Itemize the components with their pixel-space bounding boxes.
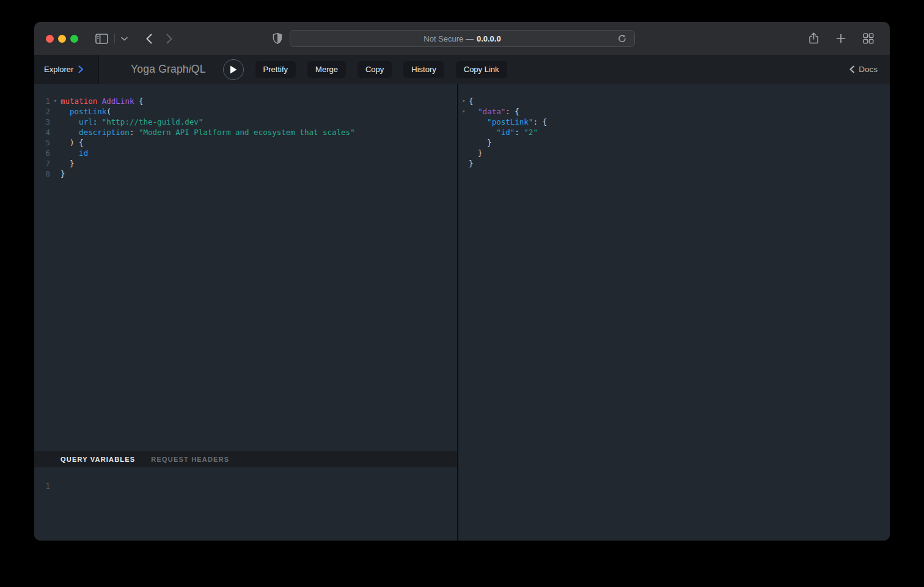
app-logo: Yoga GraphiQL: [131, 63, 206, 76]
merge-button[interactable]: Merge: [307, 61, 346, 78]
fold-gutter: [50, 106, 61, 117]
code-line: }: [461, 137, 890, 148]
chevron-right-icon: [166, 34, 172, 44]
line-number: 7: [34, 158, 50, 169]
docs-label: Docs: [859, 65, 878, 74]
fold-gutter: [50, 117, 61, 127]
execute-query-button[interactable]: [223, 59, 244, 80]
chevron-left-icon: [849, 65, 855, 73]
fold-gutter: [50, 127, 61, 137]
fold-gutter: [461, 148, 469, 158]
code-text: }: [61, 158, 75, 169]
prettify-button[interactable]: Prettify: [255, 61, 296, 78]
address-url: 0.0.0.0: [477, 34, 501, 43]
code-text: "postLink": {: [469, 117, 547, 127]
code-line: 2 postLink(: [34, 106, 457, 117]
share-button[interactable]: [806, 30, 821, 47]
code-text: }: [469, 148, 483, 158]
graphiql-content: 1▾mutation AddLink {2 postLink(3 url: "h…: [34, 84, 890, 541]
line-number: 4: [34, 127, 50, 137]
fold-gutter: [461, 137, 469, 148]
chevron-right-icon: [78, 65, 84, 73]
new-tab-button[interactable]: [834, 31, 848, 46]
docs-toggle[interactable]: Docs: [849, 65, 878, 74]
code-line: 1: [34, 481, 457, 491]
zoom-window-button[interactable]: [70, 35, 78, 43]
tab-overview-button[interactable]: [860, 31, 876, 46]
copy-button[interactable]: Copy: [358, 61, 392, 78]
fold-gutter: [461, 117, 469, 127]
fold-gutter: [50, 158, 61, 169]
code-text: }: [469, 158, 474, 169]
query-editor[interactable]: 1▾mutation AddLink {2 postLink(3 url: "h…: [34, 84, 457, 451]
code-line: 1▾mutation AddLink {: [34, 96, 457, 106]
code-line: }: [461, 148, 890, 158]
sidebar-dropdown-button[interactable]: [119, 34, 130, 43]
fold-gutter: [50, 169, 61, 179]
privacy-report-button[interactable]: [270, 31, 285, 47]
fold-gutter: [461, 127, 469, 137]
line-number: 6: [34, 148, 50, 158]
secondary-editor-tabs: QUERY VARIABLES REQUEST HEADERS: [34, 451, 457, 467]
forward-button[interactable]: [164, 31, 175, 46]
code-text: postLink(: [61, 106, 111, 117]
line-number: 2: [34, 106, 50, 117]
reload-icon: [618, 34, 626, 43]
history-button[interactable]: History: [403, 61, 444, 78]
code-line: "id": "2": [461, 127, 890, 137]
query-variables-editor[interactable]: 1: [34, 467, 457, 541]
code-text: description: "Modern API Platform and ec…: [61, 127, 355, 137]
address-bar[interactable]: Not Secure — 0.0.0.0: [290, 30, 635, 47]
code-line: 5 ) {: [34, 137, 457, 148]
code-line: 4 description: "Modern API Platform and …: [34, 127, 457, 137]
line-number: 3: [34, 117, 50, 127]
code-text: "data": {: [469, 106, 519, 117]
line-number: 5: [34, 137, 50, 148]
fold-arrow-icon[interactable]: ▾: [461, 106, 469, 117]
fold-arrow-icon[interactable]: ▾: [461, 96, 469, 106]
back-button[interactable]: [144, 31, 155, 46]
tab-query-variables[interactable]: QUERY VARIABLES: [61, 456, 135, 463]
grid-icon: [863, 33, 874, 44]
minimize-window-button[interactable]: [58, 35, 66, 43]
share-icon: [809, 32, 819, 45]
play-icon: [229, 65, 237, 74]
response-viewer: ▾{▾ "data": { "postLink": { "id": "2" } …: [458, 84, 890, 169]
code-text: }: [469, 137, 492, 148]
fold-gutter: [50, 148, 61, 158]
query-pane: 1▾mutation AddLink {2 postLink(3 url: "h…: [34, 84, 457, 541]
sidebar-icon: [95, 34, 108, 44]
chevron-down-icon: [121, 37, 128, 41]
reload-button[interactable]: [615, 32, 629, 46]
line-number: 1: [34, 96, 50, 106]
line-number: 8: [34, 169, 50, 179]
plus-icon: [836, 34, 846, 43]
code-line: }: [461, 158, 890, 169]
code-line: ▾ "data": {: [461, 106, 890, 117]
code-text: {: [469, 96, 474, 106]
copy-link-button[interactable]: Copy Link: [456, 61, 507, 78]
browser-titlebar: Not Secure — 0.0.0.0: [34, 22, 890, 55]
close-window-button[interactable]: [46, 35, 54, 43]
code-line: 6 id: [34, 148, 457, 158]
code-text: }: [61, 169, 65, 179]
sidebar-control: [93, 31, 130, 46]
graphiql-toolbar: Explorer Yoga GraphiQL Prettify Merge Co…: [34, 55, 890, 84]
code-text: id: [61, 148, 88, 158]
fold-gutter: [461, 158, 469, 169]
titlebar-right-controls: [806, 30, 876, 47]
explorer-toggle[interactable]: Explorer: [34, 55, 99, 84]
chevron-left-icon: [146, 34, 152, 44]
divider: [114, 34, 115, 43]
line-number: 1: [34, 481, 50, 491]
fold-arrow-icon[interactable]: ▾: [50, 96, 61, 106]
explorer-label: Explorer: [44, 65, 73, 74]
security-label: Not Secure —: [424, 34, 474, 43]
tab-request-headers[interactable]: REQUEST HEADERS: [151, 456, 229, 463]
sidebar-toggle-button[interactable]: [93, 31, 111, 46]
response-pane: ▾{▾ "data": { "postLink": { "id": "2" } …: [458, 84, 890, 541]
code-text: ) {: [61, 137, 84, 148]
code-line: 7 }: [34, 158, 457, 169]
safari-window: Not Secure — 0.0.0.0: [34, 22, 890, 541]
fold-gutter: [50, 137, 61, 148]
